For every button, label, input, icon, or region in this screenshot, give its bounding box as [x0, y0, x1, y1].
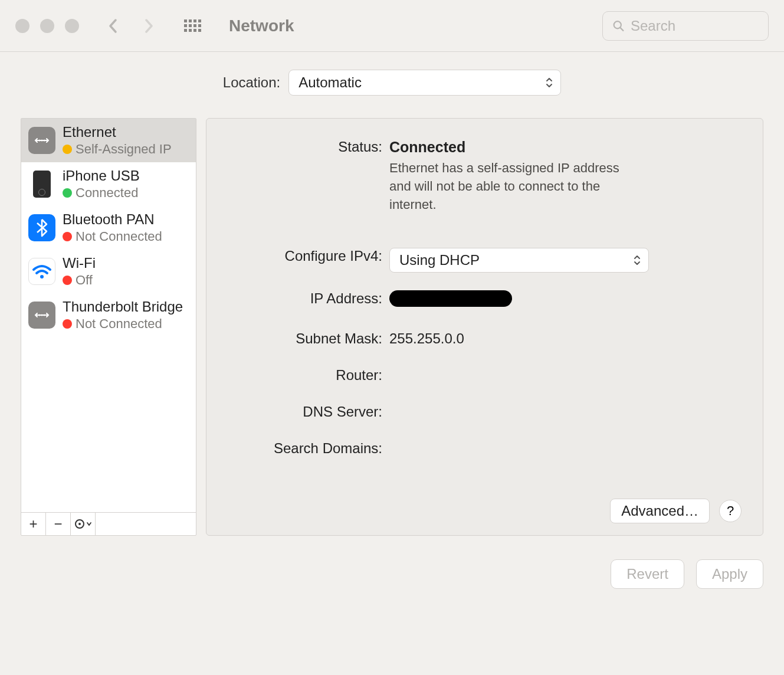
svg-rect-9 — [189, 29, 192, 32]
sidebar-item-wifi[interactable]: Wi-Fi Off — [21, 250, 196, 293]
svg-point-15 — [41, 140, 43, 142]
bottom-buttons: Revert Apply — [0, 536, 784, 589]
svg-rect-4 — [184, 24, 187, 27]
status-row: Status: Connected Ethernet has a self-as… — [228, 136, 742, 214]
ip-address-row: IP Address: — [228, 288, 742, 310]
svg-point-17 — [40, 275, 44, 278]
minimize-window-button[interactable] — [40, 19, 54, 33]
status-label: Status: — [228, 136, 389, 155]
back-button[interactable] — [107, 18, 119, 34]
service-status: Not Connected — [76, 229, 162, 244]
sidebar-item-bluetooth-pan[interactable]: Bluetooth PAN Not Connected — [21, 206, 196, 250]
subnet-mask-row: Subnet Mask: 255.255.0.0 — [228, 328, 742, 347]
sidebar-item-iphone-usb[interactable]: iPhone USB Connected — [21, 162, 196, 206]
svg-rect-10 — [193, 29, 196, 32]
svg-rect-8 — [184, 29, 187, 32]
traffic-lights — [15, 19, 79, 33]
ethernet-icon — [28, 127, 55, 154]
iphone-icon — [28, 171, 55, 198]
updown-arrows-icon — [545, 77, 553, 88]
search-icon — [612, 19, 625, 33]
remove-service-button[interactable]: − — [46, 513, 71, 535]
service-actions-button[interactable] — [71, 513, 96, 535]
sidebar: Ethernet Self-Assigned IP iPhone USB Co — [21, 118, 196, 536]
service-name: Wi-Fi — [63, 255, 96, 272]
svg-point-18 — [39, 314, 41, 316]
maximize-window-button[interactable] — [65, 19, 79, 33]
add-service-button[interactable]: + — [21, 513, 46, 535]
configure-label: Configure IPv4: — [228, 245, 389, 264]
svg-point-14 — [39, 140, 41, 142]
sidebar-footer: + − — [21, 512, 196, 535]
show-all-button[interactable] — [184, 19, 202, 32]
subnet-mask-value: 255.255.0.0 — [389, 328, 742, 347]
svg-point-19 — [41, 314, 43, 316]
location-select[interactable]: Automatic — [288, 70, 561, 96]
svg-point-22 — [78, 523, 81, 525]
router-row: Router: — [228, 365, 742, 384]
forward-button[interactable] — [143, 18, 155, 34]
ip-address-label: IP Address: — [228, 288, 389, 307]
status-indicator — [63, 276, 72, 285]
service-status: Not Connected — [76, 316, 162, 332]
status-value: Connected — [389, 139, 742, 156]
detail-footer: Advanced… ? — [228, 499, 742, 523]
router-label: Router: — [228, 365, 389, 384]
nav-arrows — [107, 18, 155, 34]
search-domains-value — [389, 438, 742, 440]
service-status: Self-Assigned IP — [76, 142, 172, 157]
search-domains-label: Search Domains: — [228, 438, 389, 457]
location-bar: Location: Automatic — [0, 52, 784, 118]
bluetooth-icon — [28, 214, 55, 241]
sidebar-items: Ethernet Self-Assigned IP iPhone USB Co — [21, 119, 196, 512]
search-box[interactable] — [602, 11, 769, 41]
svg-rect-7 — [198, 24, 201, 27]
apply-button[interactable]: Apply — [696, 559, 763, 589]
status-indicator — [63, 232, 72, 241]
location-value: Automatic — [298, 74, 362, 91]
search-domains-row: Search Domains: — [228, 438, 742, 457]
service-name: Thunderbolt Bridge — [63, 299, 183, 316]
svg-rect-3 — [198, 19, 201, 22]
service-status: Off — [76, 273, 93, 288]
service-status: Connected — [76, 185, 138, 201]
ip-address-value-redacted — [389, 290, 512, 307]
revert-button[interactable]: Revert — [611, 559, 684, 589]
status-description: Ethernet has a self-assigned IP address … — [389, 159, 637, 214]
wifi-icon — [28, 258, 55, 285]
router-value — [389, 365, 742, 367]
svg-point-16 — [44, 140, 45, 142]
svg-rect-5 — [189, 24, 192, 27]
svg-line-13 — [620, 27, 623, 30]
advanced-button[interactable]: Advanced… — [610, 499, 710, 523]
svg-rect-1 — [189, 19, 192, 22]
svg-rect-11 — [198, 29, 201, 32]
sidebar-item-ethernet[interactable]: Ethernet Self-Assigned IP — [21, 119, 196, 162]
configure-value: Using DHCP — [399, 252, 480, 268]
status-indicator — [63, 188, 72, 198]
updown-arrows-icon — [633, 255, 641, 266]
service-name: Ethernet — [63, 124, 172, 141]
dns-server-value — [389, 401, 742, 404]
thunderbolt-icon — [28, 302, 55, 329]
titlebar: Network — [0, 0, 784, 52]
dns-server-label: DNS Server: — [228, 401, 389, 420]
svg-rect-0 — [184, 19, 187, 22]
status-indicator — [63, 145, 72, 154]
svg-rect-2 — [193, 19, 196, 22]
help-button[interactable]: ? — [719, 500, 742, 522]
dns-server-row: DNS Server: — [228, 401, 742, 420]
service-name: iPhone USB — [63, 168, 140, 185]
location-label: Location: — [223, 74, 280, 91]
search-input[interactable] — [631, 18, 759, 34]
detail-panel: Status: Connected Ethernet has a self-as… — [206, 118, 763, 536]
configure-row: Configure IPv4: Using DHCP — [228, 245, 742, 273]
configure-ipv4-select[interactable]: Using DHCP — [389, 248, 649, 273]
content: Ethernet Self-Assigned IP iPhone USB Co — [0, 118, 784, 536]
sidebar-item-thunderbolt-bridge[interactable]: Thunderbolt Bridge Not Connected — [21, 293, 196, 337]
status-indicator — [63, 319, 72, 329]
service-name: Bluetooth PAN — [63, 211, 162, 228]
subnet-mask-label: Subnet Mask: — [228, 328, 389, 347]
svg-point-20 — [44, 314, 45, 316]
close-window-button[interactable] — [15, 19, 29, 33]
